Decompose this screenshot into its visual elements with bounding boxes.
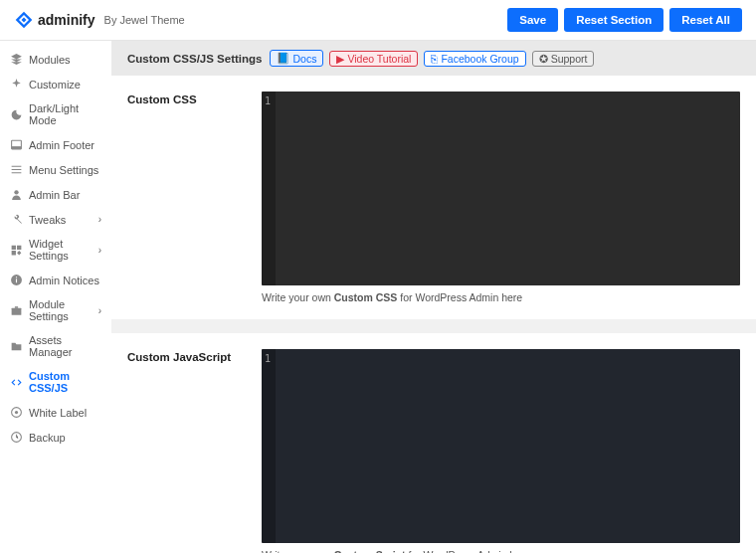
layout: Modules Customize Dark/Light Mode Admin … [0,41,756,553]
editor-gutter: 1 [262,92,276,285]
sidebar-item-label: Admin Footer [29,139,94,151]
book-icon: 📘 [277,52,289,65]
save-button[interactable]: Save [507,8,558,32]
sidebar-item-label: Dark/Light Mode [29,102,101,126]
sidebar-item-label: Modules [29,54,71,66]
sidebar-item-label: Assets Manager [29,334,101,358]
menu-icon [10,163,23,176]
line-number: 1 [262,92,276,106]
target-icon [10,406,23,419]
sidebar-item-dark-light[interactable]: Dark/Light Mode [0,96,111,132]
video-tutorial-link[interactable]: ▶Video Tutorial [329,51,418,67]
sidebar-item-label: Module Settings [29,298,98,322]
line-number: 1 [262,349,276,364]
sidebar-item-backup[interactable]: Backup [0,425,111,450]
sidebar-item-label: Admin Notices [29,275,99,286]
lifebuoy-icon: ✪ [539,53,548,65]
stack-icon [10,53,23,66]
brand: adminify By Jewel Theme [14,10,185,30]
sidebar-item-widget-settings[interactable]: Widget Settings › [0,232,111,268]
facebook-icon: ⎘ [431,53,438,65]
editor-gutter: 1 [262,349,276,543]
svg-rect-4 [16,278,17,282]
main-content: Custom CSS/JS Settings 📘Docs ▶Video Tuto… [111,41,756,553]
sidebar-item-admin-footer[interactable]: Admin Footer [0,132,111,157]
moon-icon [10,108,23,121]
custom-css-editor[interactable]: 1 [262,92,740,285]
sidebar-item-admin-notices[interactable]: Admin Notices [0,268,111,292]
section-title: Custom CSS/JS Settings [127,53,262,65]
svg-point-2 [14,190,18,194]
chevron-right-icon: › [98,214,101,225]
info-icon [10,274,23,286]
sidebar-item-label: Admin Bar [29,189,80,201]
sidebar-item-white-label[interactable]: White Label [0,400,111,425]
widget-icon [10,244,23,257]
brand-name: adminify [38,12,95,28]
custom-js-panel: Custom JavaScript 1 Write your own Custo… [111,333,756,553]
sidebar-item-admin-bar[interactable]: Admin Bar [0,182,111,207]
folder-icon [10,340,23,353]
sidebar-item-module-settings[interactable]: Module Settings › [0,292,111,328]
support-link[interactable]: ✪Support [532,51,595,67]
sidebar-item-menu-settings[interactable]: Menu Settings [0,157,111,182]
sidebar-item-label: Backup [29,432,66,444]
sidebar-item-label: White Label [29,407,87,419]
briefcase-icon [10,304,23,317]
sidebar-item-label: Customize [29,79,81,91]
play-icon: ▶ [336,53,344,65]
header-buttons: Save Reset Section Reset All [507,8,742,32]
facebook-group-link[interactable]: ⎘Facebook Group [424,51,525,67]
chevron-right-icon: › [98,245,101,256]
svg-rect-5 [16,276,17,277]
custom-css-label: Custom CSS [127,92,242,303]
custom-js-label: Custom JavaScript [127,349,242,553]
reset-all-button[interactable]: Reset All [669,8,742,32]
brand-subtitle: By Jewel Theme [104,14,185,26]
logo-icon [14,10,34,30]
docs-link[interactable]: 📘Docs [270,50,323,67]
tools-icon [10,213,23,226]
sidebar-item-custom-css-js[interactable]: Custom CSS/JS [0,364,111,400]
sidebar-item-label: Menu Settings [29,164,98,176]
header: adminify By Jewel Theme Save Reset Secti… [0,0,756,41]
code-icon [10,376,23,389]
sidebar-item-label: Widget Settings [29,238,98,262]
sidebar: Modules Customize Dark/Light Mode Admin … [0,41,111,553]
sidebar-item-assets-manager[interactable]: Assets Manager [0,328,111,364]
chevron-right-icon: › [98,305,101,316]
sidebar-item-customize[interactable]: Customize [0,72,111,96]
custom-css-panel: Custom CSS 1 Write your own Custom CSS f… [111,76,756,319]
sidebar-item-modules[interactable]: Modules [0,47,111,72]
svg-point-9 [15,411,18,414]
svg-rect-1 [12,146,22,149]
section-bar: Custom CSS/JS Settings 📘Docs ▶Video Tuto… [111,41,756,76]
custom-js-editor[interactable]: 1 [262,349,740,543]
sidebar-item-label: Custom CSS/JS [29,370,101,394]
svg-rect-7 [15,306,18,308]
custom-css-help: Write your own Custom CSS for WordPress … [262,291,740,303]
clock-icon [10,431,23,444]
custom-js-help: Write your own Custom Script for WordPre… [262,549,740,553]
sparkle-icon [10,78,23,91]
reset-section-button[interactable]: Reset Section [564,8,663,32]
sidebar-item-label: Tweaks [29,214,66,226]
sidebar-item-tweaks[interactable]: Tweaks › [0,207,111,232]
svg-rect-6 [12,307,22,314]
footer-icon [10,138,23,151]
user-icon [10,188,23,201]
